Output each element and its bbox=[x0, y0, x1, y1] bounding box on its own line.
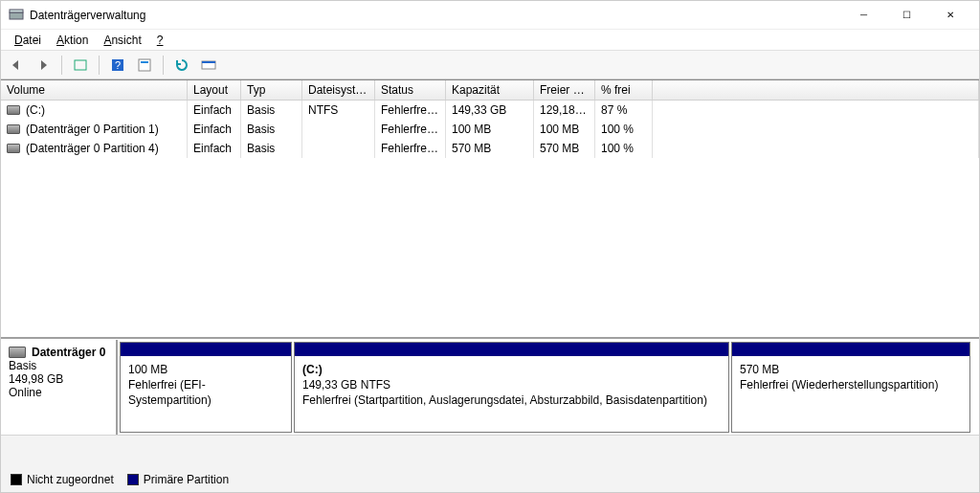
window-title: Datenträgerverwaltung bbox=[30, 9, 145, 22]
partition[interactable]: 100 MBFehlerfrei (EFI-Systempartition) bbox=[120, 342, 292, 433]
legend: Nicht zugeordnet Primäre Partition bbox=[1, 435, 979, 492]
col-header-rest bbox=[653, 80, 979, 100]
disk-name: Datenträger 0 bbox=[32, 346, 105, 359]
content-area: Volume Layout Typ Dateisystem Status Kap… bbox=[1, 79, 979, 492]
minimize-button[interactable]: ─ bbox=[842, 1, 885, 30]
menu-action[interactable]: Aktion bbox=[49, 32, 96, 49]
menu-help[interactable]: ? bbox=[149, 32, 171, 49]
disk-graphical-view: Datenträger 0 Basis 149,98 GB Online 100… bbox=[1, 339, 979, 435]
view-list-icon[interactable] bbox=[69, 54, 92, 77]
partition[interactable]: (C:)149,33 GB NTFSFehlerfrei (Startparti… bbox=[294, 342, 729, 433]
volume-icon bbox=[7, 105, 20, 115]
col-header-cap[interactable]: Kapazität bbox=[446, 80, 534, 100]
close-button[interactable]: ✕ bbox=[928, 1, 971, 30]
volume-list[interactable]: Volume Layout Typ Dateisystem Status Kap… bbox=[1, 80, 979, 339]
partition-status: Fehlerfrei (EFI-Systempartition) bbox=[128, 377, 283, 408]
svg-rect-0 bbox=[10, 12, 23, 19]
partition-header-bar bbox=[732, 343, 969, 356]
partition[interactable]: 570 MBFehlerfrei (Wiederherstellungspart… bbox=[731, 342, 970, 433]
svg-rect-5 bbox=[139, 59, 150, 71]
volume-list-header: Volume Layout Typ Dateisystem Status Kap… bbox=[1, 80, 979, 101]
col-header-status[interactable]: Status bbox=[375, 80, 446, 100]
col-header-type[interactable]: Typ bbox=[241, 80, 302, 100]
help-icon[interactable]: ? bbox=[106, 54, 129, 77]
legend-primary: Primäre Partition bbox=[127, 473, 229, 486]
titlebar: Datenträgerverwaltung ─ ☐ ✕ bbox=[1, 1, 979, 30]
refresh-icon[interactable] bbox=[170, 54, 193, 77]
view-detail-icon[interactable] bbox=[197, 54, 220, 77]
partition-size: 570 MB bbox=[740, 362, 962, 377]
menu-file[interactable]: Datei bbox=[7, 32, 49, 49]
disk-size: 149,98 GB bbox=[9, 372, 108, 386]
menu-view[interactable]: Ansicht bbox=[96, 32, 148, 49]
volume-row[interactable]: (C:)EinfachBasisNTFSFehlerfrei ...149,33… bbox=[1, 101, 979, 120]
legend-unallocated: Nicht zugeordnet bbox=[11, 473, 114, 486]
col-header-layout[interactable]: Layout bbox=[188, 80, 241, 100]
volume-row[interactable]: (Datenträger 0 Partition 4)EinfachBasisF… bbox=[1, 139, 979, 158]
volume-icon bbox=[7, 124, 20, 134]
svg-rect-6 bbox=[141, 61, 148, 63]
partition-header-bar bbox=[121, 343, 291, 356]
disk-type: Basis bbox=[9, 359, 108, 372]
properties-icon[interactable] bbox=[133, 54, 156, 77]
svg-rect-8 bbox=[202, 61, 215, 63]
menubar: Datei Aktion Ansicht ? bbox=[1, 30, 979, 51]
partition-header-bar bbox=[295, 343, 728, 356]
partition-status: Fehlerfrei (Startpartition, Auslagerungs… bbox=[302, 392, 721, 408]
partition-size: 100 MB bbox=[128, 362, 283, 377]
forward-arrow-icon[interactable] bbox=[32, 54, 55, 77]
volume-row[interactable]: (Datenträger 0 Partition 1)EinfachBasisF… bbox=[1, 120, 979, 139]
col-header-volume[interactable]: Volume bbox=[1, 80, 188, 100]
toolbar: ? bbox=[1, 51, 979, 79]
unallocated-swatch-icon bbox=[11, 474, 22, 485]
partition-status: Fehlerfrei (Wiederherstellungspartition) bbox=[740, 377, 962, 392]
svg-rect-1 bbox=[10, 10, 23, 12]
partition-size: 149,33 GB NTFS bbox=[302, 377, 721, 392]
col-header-pfree[interactable]: % frei bbox=[595, 80, 653, 100]
back-arrow-icon[interactable] bbox=[5, 54, 28, 77]
col-header-fs[interactable]: Dateisystem bbox=[302, 80, 375, 100]
col-header-free[interactable]: Freier S... bbox=[534, 80, 595, 100]
partitions-container: 100 MBFehlerfrei (EFI-Systempartition)(C… bbox=[118, 340, 979, 435]
maximize-button[interactable]: ☐ bbox=[885, 1, 928, 30]
disk-info[interactable]: Datenträger 0 Basis 149,98 GB Online bbox=[1, 340, 118, 435]
disk-state: Online bbox=[9, 386, 108, 399]
svg-text:?: ? bbox=[115, 59, 121, 71]
svg-rect-2 bbox=[75, 60, 86, 70]
primary-swatch-icon bbox=[127, 474, 139, 485]
disk-management-icon bbox=[9, 8, 24, 23]
disk-icon bbox=[9, 347, 26, 358]
volume-icon bbox=[7, 144, 20, 153]
